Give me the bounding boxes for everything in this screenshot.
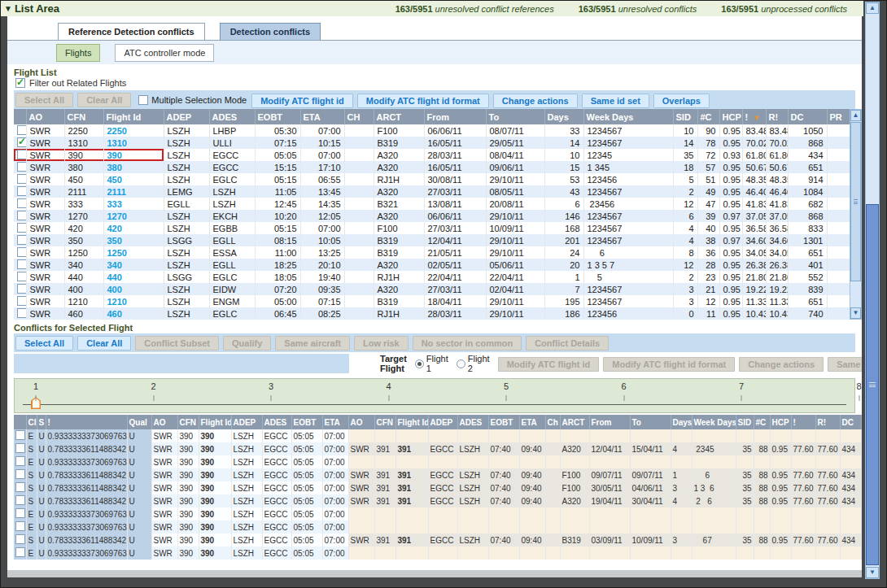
tab-detection-conflicts[interactable]: Detection conflicts (220, 23, 321, 40)
flight-row[interactable]: SWR390390LSZHEGCC05:0507:00A32028/03/110… (14, 149, 850, 161)
row-checkbox[interactable] (17, 162, 26, 172)
flight-id-link[interactable]: 390 (199, 481, 231, 494)
slider-track[interactable] (23, 404, 846, 405)
flight-id-link[interactable]: 440 (103, 271, 164, 283)
conflict-col-header-cfn-12[interactable]: CFN (374, 415, 395, 429)
multiple-selection-checkbox[interactable] (138, 95, 148, 105)
conflict-row-checkbox[interactable] (15, 508, 25, 518)
conflict-col-header-flight-id-13[interactable]: Flight Id (395, 415, 428, 429)
flight-id-link[interactable]: 391 (395, 481, 428, 494)
col-header-dc[interactable]: DC (788, 109, 827, 124)
flight-row[interactable]: SWR22502250LSZHLHBP05:3007:00F10006/06/1… (14, 124, 850, 137)
row-checkbox[interactable] (17, 308, 26, 318)
flight-id-link[interactable]: 390 (199, 507, 231, 520)
conflict-col-header-ch-18[interactable]: Ch (545, 415, 560, 429)
tab-reference-detection-conflicts[interactable]: Reference Detection conflicts (58, 23, 205, 40)
conflict-col-header-days-22[interactable]: Days (671, 415, 692, 429)
conflict-row[interactable]: EU0.9333333373069763USWR390390LSZHEGCC05… (14, 547, 861, 560)
modify-atc-flight-id-format-button[interactable]: Modify ATC flight id format (357, 94, 489, 108)
col-header-[interactable]: !▼ (742, 109, 766, 124)
conflict-row[interactable]: SU0.7833333611488342USWR390390LSZHEGCC05… (14, 442, 861, 455)
flight-id-link[interactable]: 391 (395, 468, 428, 481)
flight-row[interactable]: SWR333333EGLLLSZH12:4514:35B32113/08/112… (14, 198, 850, 210)
flight-row[interactable]: SWR440440LSGGEGLC18:0519:40RJ1H22/04/112… (14, 271, 850, 283)
window-scrollbar[interactable]: ▲ ▼ (865, 2, 880, 579)
conflict-row-checkbox[interactable] (15, 495, 25, 505)
col-header-eta[interactable]: ETA (300, 109, 344, 124)
col-header-sid[interactable]: SID (673, 109, 697, 124)
subtab-atc-controller-mode[interactable]: ATC controller mode (115, 44, 214, 62)
conflict-col-header-from-20[interactable]: From (589, 415, 630, 429)
window-scroll-up-icon[interactable]: ▲ (866, 2, 879, 14)
col-header-flight-id[interactable]: Flight Id (103, 109, 164, 124)
flight-id-link[interactable]: 400 (103, 283, 164, 295)
flight-id-link[interactable]: 390 (199, 442, 231, 455)
clear-all-button[interactable]: Clear All (77, 336, 131, 351)
flight-id-link[interactable]: 391 (395, 442, 428, 455)
flight-row[interactable]: SWR380380LSZHEGCC15:1517:10A32016/05/110… (14, 161, 850, 173)
conflict-row[interactable]: EU0.9333333373069763USWR390390LSZHEGCC05… (14, 455, 861, 468)
flight-id-link[interactable]: 390 (199, 468, 231, 481)
conflict-row[interactable]: SU0.7833333611488342USWR390390LSZHEGCC05… (14, 534, 861, 547)
conflict-col-header-c-25[interactable]: #C (754, 415, 770, 429)
flight-row[interactable]: SWR340340LSZHEGLL18:2520:10A32002/05/110… (14, 259, 850, 271)
conflict-col-header-eobt-16[interactable]: EOBT (488, 415, 519, 429)
conflict-col-header-eta-10[interactable]: ETA (322, 415, 348, 429)
change-actions-button[interactable]: Change actions (493, 94, 578, 108)
conflict-col-header-week-days-23[interactable]: Week Days (692, 415, 736, 429)
select-all-button[interactable]: Select All (15, 336, 73, 351)
conflict-col-header-adep-14[interactable]: ADEP (428, 415, 457, 429)
row-checkbox[interactable] (17, 174, 26, 184)
col-header-ch[interactable]: CH (344, 109, 374, 124)
conflict-col-header-r-28[interactable]: R! (815, 415, 840, 429)
conflict-row-checkbox[interactable] (15, 456, 25, 466)
col-header-cfn[interactable]: CFN (64, 109, 103, 124)
flight-id-link[interactable]: 1270 (103, 210, 164, 222)
scroll-down-icon[interactable]: ▼ (850, 307, 861, 319)
flight-row[interactable]: SWR450450LSZHEGLC05:1506:55RJ1H30/08/112… (14, 173, 850, 185)
row-checkbox[interactable] (17, 284, 26, 294)
conflict-col-header-s-1[interactable]: S (37, 415, 46, 429)
same-id-set-button[interactable]: Same id set (582, 94, 649, 108)
flight-row[interactable]: SWR12701270LSZHEKCH10:2012:05A32006/06/1… (14, 210, 850, 222)
modify-atc-flight-id-button[interactable]: Modify ATC flight id (251, 94, 353, 108)
radio-icon[interactable] (457, 359, 465, 368)
flight-row[interactable]: SWR13101310LSZHULLI07:1510:15B31916/05/1… (14, 137, 850, 149)
col-header-eobt[interactable]: EOBT (255, 109, 300, 124)
conflict-row[interactable]: EU0.9333333373069763USWR390390LSZHEGCC05… (14, 520, 861, 534)
col-header-ades[interactable]: ADES (209, 109, 255, 124)
conflict-row[interactable]: EU0.9333333373069763USWR390390LSZHEGCC05… (14, 429, 861, 442)
row-checkbox[interactable] (17, 198, 26, 208)
col-header-arct[interactable]: ARCT (374, 109, 424, 124)
conflict-row-checkbox[interactable] (15, 521, 25, 531)
flight-id-link[interactable]: 1210 (103, 295, 164, 307)
conflict-col-header-eta-17[interactable]: ETA (519, 415, 545, 429)
conflict-col-header-qual-3[interactable]: Qual (127, 415, 151, 429)
flight-row[interactable]: SWR460460LSZHEGLC06:4508:25RJ1H28/03/112… (14, 307, 850, 320)
col-header-week-days[interactable]: Week Days (583, 109, 673, 124)
conflict-col-header-ao-4[interactable]: AO (151, 415, 177, 429)
conflict-row[interactable]: SU0.7833333611488342USWR390390LSZHEGCC05… (14, 468, 861, 481)
overlaps-button[interactable]: Overlaps (653, 94, 710, 108)
conflict-col-header-eobt-9[interactable]: EOBT (291, 415, 322, 429)
conflict-row-checkbox[interactable] (15, 534, 25, 544)
flight-id-link[interactable]: 1250 (103, 246, 164, 259)
col-header-r[interactable]: R! (766, 109, 788, 124)
conflict-col-header-sid-24[interactable]: SID (736, 415, 754, 429)
flight-id-link[interactable]: 460 (103, 307, 164, 320)
flight-id-link[interactable]: 333 (103, 198, 164, 210)
conflict-col-header-dc-29[interactable]: DC (840, 415, 861, 429)
conflict-row[interactable]: SU0.7833333611488342USWR390390LSZHEGCC05… (14, 481, 861, 494)
conflict-row-checkbox[interactable] (15, 430, 25, 440)
conflict-row-checkbox[interactable] (15, 547, 25, 557)
flight-row[interactable]: SWR400400LSZHEIDW07:2009:35A32027/03/110… (14, 283, 850, 295)
col-header-c[interactable]: #C (697, 109, 719, 124)
conflict-row-checkbox[interactable] (15, 443, 25, 453)
conflict-col-header-cl-0[interactable]: Cl (26, 415, 37, 429)
row-checkbox[interactable] (17, 186, 26, 196)
conflict-row[interactable]: EU0.9333333373069763USWR390390LSZHEGCC05… (14, 507, 861, 520)
conflict-row-checkbox[interactable] (15, 469, 25, 479)
flight-row[interactable]: SWR12101210LSZHENGM05:0007:15B31918/04/1… (14, 295, 850, 307)
row-checkbox[interactable] (17, 150, 26, 159)
flight-id-link[interactable]: 340 (103, 259, 164, 271)
